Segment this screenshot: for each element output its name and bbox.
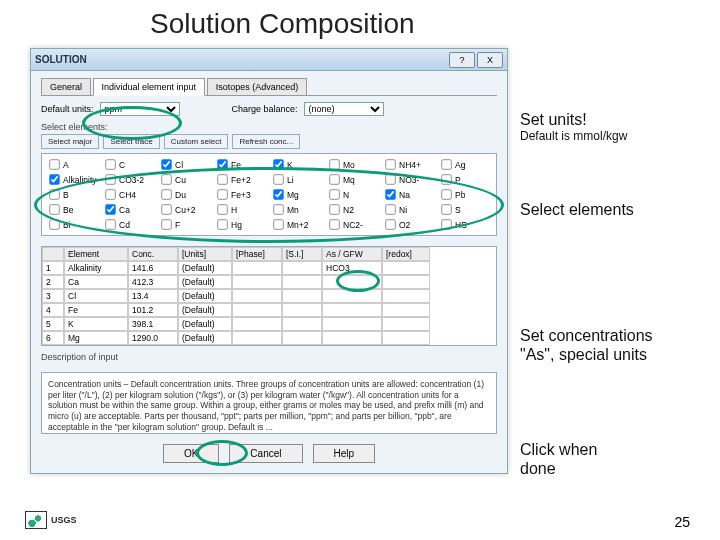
element-o2[interactable]: O2 (384, 218, 434, 231)
default-units-select[interactable]: ppm (100, 102, 180, 116)
table-cell[interactable] (282, 331, 322, 345)
table-row[interactable]: 1Alkalinity141.6(Default)HCO3 (42, 261, 496, 275)
element-b[interactable]: B (48, 188, 98, 201)
close-icon[interactable]: X (477, 52, 503, 68)
element-checkbox[interactable] (441, 159, 451, 169)
table-cell[interactable] (232, 275, 282, 289)
element-checkbox[interactable] (105, 159, 115, 169)
table-cell[interactable] (282, 289, 322, 303)
element-nc2-[interactable]: NC2- (328, 218, 378, 231)
table-cell[interactable] (382, 317, 430, 331)
element-na[interactable]: Na (384, 188, 434, 201)
element-cd[interactable]: Cd (104, 218, 154, 231)
element-checkbox[interactable] (217, 204, 227, 214)
element-checkbox[interactable] (385, 204, 395, 214)
element-no3-[interactable]: NO3- (384, 173, 434, 186)
table-cell[interactable]: (Default) (178, 317, 232, 331)
element-c[interactable]: C (104, 158, 154, 171)
element-fe+3[interactable]: Fe+3 (216, 188, 266, 201)
table-row[interactable]: 4Fe101.2(Default) (42, 303, 496, 317)
table-cell[interactable] (282, 275, 322, 289)
element-checkbox[interactable] (161, 174, 171, 184)
table-cell[interactable]: 101.2 (128, 303, 178, 317)
element-checkbox[interactable] (329, 159, 339, 169)
table-cell[interactable] (232, 303, 282, 317)
table-cell[interactable] (382, 289, 430, 303)
element-s[interactable]: S (440, 203, 490, 216)
table-row[interactable]: 5K398.1(Default) (42, 317, 496, 331)
element-checkbox[interactable] (273, 174, 283, 184)
element-checkbox[interactable] (273, 189, 283, 199)
element-checkbox[interactable] (49, 174, 59, 184)
element-fe+2[interactable]: Fe+2 (216, 173, 266, 186)
element-cl[interactable]: Cl (160, 158, 210, 171)
table-cell[interactable] (322, 331, 382, 345)
element-checkbox[interactable] (385, 159, 395, 169)
element-p[interactable]: P (440, 173, 490, 186)
element-checkbox[interactable] (161, 189, 171, 199)
element-ca[interactable]: Ca (104, 203, 154, 216)
table-row[interactable]: 6Mg1290.0(Default) (42, 331, 496, 345)
element-h[interactable]: H (216, 203, 266, 216)
element-f[interactable]: F (160, 218, 210, 231)
element-nh4+[interactable]: NH4+ (384, 158, 434, 171)
table-row[interactable]: 2Ca412.3(Default) (42, 275, 496, 289)
element-mg[interactable]: Mg (272, 188, 322, 201)
table-cell[interactable] (282, 261, 322, 275)
table-cell[interactable]: 141.6 (128, 261, 178, 275)
element-checkbox[interactable] (329, 204, 339, 214)
element-checkbox[interactable] (49, 189, 59, 199)
element-checkbox[interactable] (441, 204, 451, 214)
element-checkbox[interactable] (385, 219, 395, 229)
element-checkbox[interactable] (217, 174, 227, 184)
element-hg[interactable]: Hg (216, 218, 266, 231)
table-cell[interactable]: 398.1 (128, 317, 178, 331)
element-checkbox[interactable] (441, 174, 451, 184)
table-cell[interactable]: (Default) (178, 289, 232, 303)
table-cell[interactable]: 412.3 (128, 275, 178, 289)
table-cell[interactable] (382, 275, 430, 289)
table-cell[interactable] (382, 261, 430, 275)
element-checkbox[interactable] (441, 189, 451, 199)
element-ni[interactable]: Ni (384, 203, 434, 216)
element-checkbox[interactable] (385, 174, 395, 184)
table-cell[interactable] (382, 303, 430, 317)
element-checkbox[interactable] (329, 174, 339, 184)
element-ch4[interactable]: CH4 (104, 188, 154, 201)
element-mn[interactable]: Mn (272, 203, 322, 216)
element-checkbox[interactable] (105, 174, 115, 184)
element-checkbox[interactable] (105, 204, 115, 214)
ok-button[interactable]: OK (163, 444, 219, 463)
table-cell[interactable] (322, 303, 382, 317)
table-cell[interactable] (232, 289, 282, 303)
element-checkbox[interactable] (105, 189, 115, 199)
element-checkbox[interactable] (329, 189, 339, 199)
table-cell[interactable]: 13.4 (128, 289, 178, 303)
element-n2[interactable]: N2 (328, 203, 378, 216)
element-li[interactable]: Li (272, 173, 322, 186)
select-trace-button[interactable]: Select trace (103, 134, 159, 149)
element-checkbox[interactable] (217, 189, 227, 199)
element-pb[interactable]: Pb (440, 188, 490, 201)
element-checkbox[interactable] (273, 159, 283, 169)
element-checkbox[interactable] (105, 219, 115, 229)
table-cell[interactable] (322, 275, 382, 289)
tab-individual-element[interactable]: Individual element input (93, 78, 206, 96)
element-fe[interactable]: Fe (216, 158, 266, 171)
table-cell[interactable]: (Default) (178, 303, 232, 317)
table-row[interactable]: 3Cl13.4(Default) (42, 289, 496, 303)
table-cell[interactable] (282, 303, 322, 317)
element-checkbox[interactable] (49, 219, 59, 229)
element-checkbox[interactable] (329, 219, 339, 229)
element-checkbox[interactable] (161, 159, 171, 169)
table-cell[interactable]: (Default) (178, 331, 232, 345)
refresh-button[interactable]: Refresh conc... (232, 134, 300, 149)
element-checkbox[interactable] (49, 204, 59, 214)
element-be[interactable]: Be (48, 203, 98, 216)
element-alkalinity[interactable]: Alkalinity (48, 173, 98, 186)
element-checkbox[interactable] (273, 204, 283, 214)
table-cell[interactable]: (Default) (178, 275, 232, 289)
element-checkbox[interactable] (161, 219, 171, 229)
help-icon[interactable]: ? (449, 52, 475, 68)
element-checkbox[interactable] (217, 219, 227, 229)
